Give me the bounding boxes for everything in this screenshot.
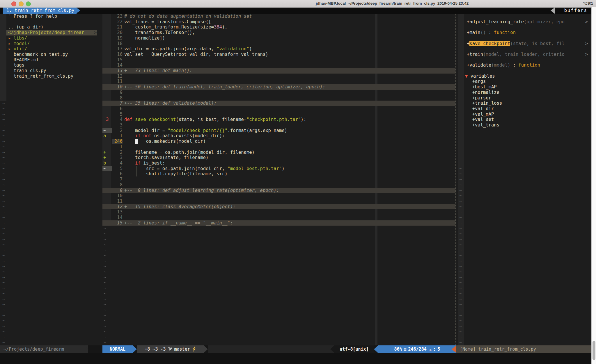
tag-item[interactable]: +parser xyxy=(457,95,591,101)
code-line[interactable]: 12 xyxy=(102,74,455,79)
line-number: 4 xyxy=(112,117,123,122)
tree-item[interactable] xyxy=(0,19,100,25)
code-line[interactable]: +2 filename = os.path.join(model_dir, fi… xyxy=(102,150,455,155)
window-separator-left[interactable] xyxy=(101,14,101,345)
zoom-window-icon[interactable] xyxy=(26,1,31,6)
code-line[interactable]: 16val_set = QuerySet(root=val_dir, trans… xyxy=(102,52,455,57)
line-number: 10 xyxy=(112,193,123,199)
tag-item[interactable]: +main() : function xyxy=(457,30,591,35)
code-line[interactable]: 17val_dir = os.path.join(args.data, "val… xyxy=(102,46,455,52)
folded-code-line[interactable]: 15+-- 2 lines: if __name__ == "__main__"… xyxy=(102,220,455,226)
tree-item[interactable]: ▸ util/ xyxy=(0,46,100,52)
code-line[interactable]: ~2 model_dir = "model/check_point/{}".fo… xyxy=(102,128,455,133)
tag-item[interactable]: +save_checkpoint(state, is_best, fil> xyxy=(457,41,591,47)
code-line[interactable]: a1 if not os.path.exists(model_dir): xyxy=(102,133,455,139)
tree-blank-row xyxy=(0,90,100,95)
scrollbar-track[interactable] xyxy=(591,7,596,364)
tag-item[interactable]: +best_mAP xyxy=(457,84,591,90)
code-line[interactable]: 8 xyxy=(102,95,455,101)
code-line[interactable]: 14 xyxy=(102,63,455,68)
tree-item[interactable]: .. (up a dir) xyxy=(0,24,100,30)
code-line[interactable]: 6 │ shutil.copyfile(filename, src) xyxy=(102,171,455,177)
code-line[interactable]: _34def save_checkpoint(state, is_best, f… xyxy=(102,117,455,122)
tag-item[interactable]: +val_dir xyxy=(457,106,591,112)
tree-item[interactable]: train_retr_from_cls.py xyxy=(0,74,100,79)
tree-item[interactable]: ▸ model/ xyxy=(0,41,100,47)
tree-item[interactable]: </jdhao/Projects/deep_firear> xyxy=(6,30,97,35)
code-line[interactable]: 19 normalize]) xyxy=(102,35,455,41)
folded-code-line[interactable]: 13+-- 73 lines: def main(): xyxy=(102,68,455,74)
empty-buffer-line: ~ xyxy=(457,334,591,340)
code-line[interactable]: 18 xyxy=(102,41,455,47)
tilde-marker: ~ xyxy=(2,275,5,280)
code-line[interactable]: 14 xyxy=(102,215,455,220)
scroll-percent: 86% xyxy=(394,345,402,353)
code-line[interactable]: 22val_trans = transforms.Compose([ xyxy=(102,19,455,25)
folded-code-line[interactable]: 12+-- 15 lines: class AverageMeter(objec… xyxy=(102,204,455,210)
code-text xyxy=(123,106,124,112)
code-line[interactable]: 23# do not do data augmentation on valid… xyxy=(102,14,455,19)
code-line[interactable]: 21 custom_transform.Resize(size=384), xyxy=(102,24,455,30)
code-line[interactable]: ~5 │ src = os.path.join(model_dir, "mode… xyxy=(102,166,455,172)
empty-buffer-line: ~ xyxy=(0,177,100,182)
tag-item[interactable]: +normalize xyxy=(457,90,591,95)
tag-item[interactable] xyxy=(457,68,591,74)
tilde-marker: ~ xyxy=(2,133,5,138)
tag-item[interactable]: ▼ variables xyxy=(457,74,591,79)
folded-code-line[interactable]: 7+-- 35 lines: def validate(model): xyxy=(102,101,455,106)
tag-item[interactable] xyxy=(457,24,591,30)
code-line[interactable]: 15 xyxy=(102,57,455,63)
tag-item[interactable]: +val_mAP xyxy=(457,112,591,117)
code-line[interactable]: 246 os.makedirs(model_dir) xyxy=(102,139,455,144)
code-line[interactable]: 9 xyxy=(102,90,455,95)
minimize-window-icon[interactable] xyxy=(19,1,24,6)
fold-summary: +-- 35 lines: def validate(model): xyxy=(123,101,217,106)
code-line[interactable]: 11 xyxy=(102,199,455,204)
code-line[interactable]: b4 if is_best: xyxy=(102,160,455,166)
code-line[interactable]: 3 xyxy=(102,122,455,128)
tag-item[interactable]: +train_loss xyxy=(457,101,591,106)
code-text: val_dir = os.path.join(args.data, "valid… xyxy=(123,46,252,52)
code-line[interactable]: 5 xyxy=(102,112,455,117)
code-line[interactable]: 8 xyxy=(102,182,455,188)
window-separator-right[interactable] xyxy=(455,14,456,345)
folded-code-line[interactable]: 10+-- 50 lines: def train(model, train_l… xyxy=(102,84,455,90)
code-line[interactable]: 7 xyxy=(102,177,455,182)
tree-item[interactable]: " Press ? for help xyxy=(0,14,100,19)
tilde-marker: ~ xyxy=(459,215,462,220)
tree-item[interactable]: README.md xyxy=(0,57,100,63)
tag-item[interactable]: +validate(model) : function xyxy=(457,63,591,68)
close-window-icon[interactable] xyxy=(11,1,16,6)
tag-item[interactable] xyxy=(457,35,591,41)
empty-buffer-line: ~ xyxy=(102,313,455,318)
tag-item[interactable]: +val_set xyxy=(457,117,591,122)
empty-buffer-line: ~ xyxy=(457,313,591,318)
tag-item[interactable] xyxy=(457,57,591,63)
code-line[interactable]: 11 xyxy=(102,79,455,84)
vim-command-line[interactable] xyxy=(0,353,596,364)
tilde-marker: ~ xyxy=(459,269,462,274)
tag-item[interactable]: +train(model, train_loader, criterio> xyxy=(457,52,591,57)
tab-train-retr-from-cls[interactable]: 1. train_retr_from_cls.py xyxy=(3,8,77,14)
tree-item[interactable]: ▸ libs/ xyxy=(0,35,100,41)
empty-buffer-line: ~ xyxy=(457,209,591,215)
tag-item[interactable]: +val_trans xyxy=(457,122,591,128)
empty-buffer-line: ~ xyxy=(457,177,591,182)
tag-item[interactable] xyxy=(457,46,591,52)
editor-pane[interactable]: 23# do not do data augmentation on valid… xyxy=(102,14,455,345)
tag-item[interactable]: +args xyxy=(457,79,591,84)
code-line[interactable]: 6 xyxy=(102,106,455,112)
code-line[interactable]: 10 xyxy=(102,193,455,199)
tag-item[interactable] xyxy=(457,14,591,19)
code-line[interactable]: 13 xyxy=(102,209,455,215)
code-line[interactable]: 1 xyxy=(102,144,455,150)
tree-item[interactable]: train_cls.py xyxy=(0,68,100,74)
tree-item[interactable]: benchmark_on_test.py xyxy=(0,52,100,57)
tree-item[interactable]: tags xyxy=(0,63,100,68)
empty-buffer-line: ~ xyxy=(457,188,591,193)
code-line[interactable]: +3 torch.save(state, filename) xyxy=(102,155,455,160)
code-line[interactable]: 20 transforms.ToTensor(), xyxy=(102,30,455,35)
folded-code-line[interactable]: 9+-- 9 lines: def adjust_learning_rate(o… xyxy=(102,188,455,193)
scrollbar-thumb[interactable] xyxy=(593,341,595,360)
tag-item[interactable]: +adjust_learning_rate(optimizer, epo> xyxy=(457,19,591,25)
